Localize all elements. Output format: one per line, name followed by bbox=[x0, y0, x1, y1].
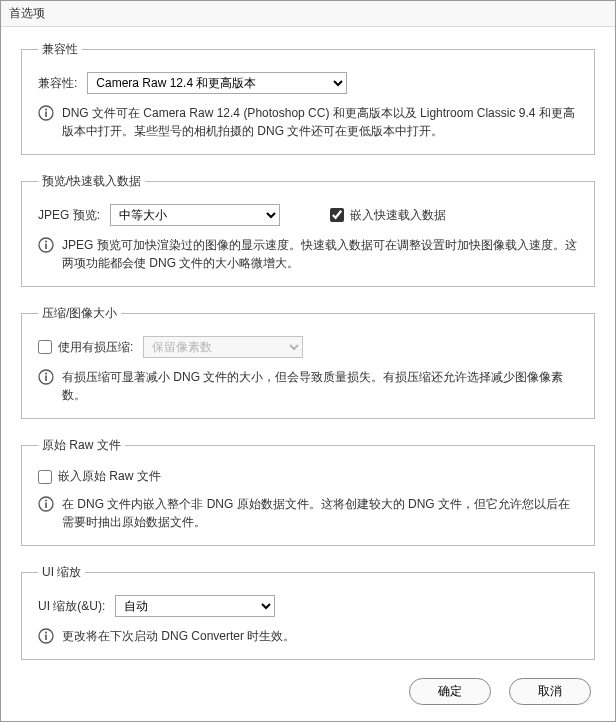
label-jpeg-preview: JPEG 预览: bbox=[38, 207, 100, 224]
info-raw: 在 DNG 文件内嵌入整个非 DNG 原始数据文件。这将创建较大的 DNG 文件… bbox=[62, 495, 578, 531]
window-title: 首选项 bbox=[9, 6, 45, 20]
info-compatibility: DNG 文件可在 Camera Raw 12.4 (Photoshop CC) … bbox=[62, 104, 578, 140]
checkbox-embed-fastload[interactable] bbox=[330, 208, 344, 222]
section-compression: 压缩/图像大小 使用有损压缩: 保留像素数 有损压缩可显著减小 DNG 文件的大… bbox=[21, 305, 595, 419]
svg-rect-5 bbox=[45, 244, 47, 250]
svg-rect-8 bbox=[45, 376, 47, 382]
label-lossy: 使用有损压缩: bbox=[58, 339, 133, 356]
cancel-button[interactable]: 取消 bbox=[509, 678, 591, 705]
titlebar: 首选项 bbox=[1, 1, 615, 27]
info-ui-scale: 更改将在下次启动 DNG Converter 时生效。 bbox=[62, 627, 295, 645]
checkbox-embed-fastload-wrap[interactable]: 嵌入快速载入数据 bbox=[330, 207, 446, 224]
svg-point-4 bbox=[45, 241, 47, 243]
legend-compression: 压缩/图像大小 bbox=[38, 305, 121, 322]
svg-point-7 bbox=[45, 373, 47, 375]
select-ui-scale[interactable]: 自动 bbox=[115, 595, 275, 617]
select-lossy-preset: 保留像素数 bbox=[143, 336, 303, 358]
label-embed-fastload: 嵌入快速载入数据 bbox=[350, 207, 446, 224]
checkbox-lossy-wrap[interactable]: 使用有损压缩: bbox=[38, 339, 133, 356]
svg-point-1 bbox=[45, 109, 47, 111]
label-ui-scale: UI 缩放(&U): bbox=[38, 598, 105, 615]
info-icon bbox=[38, 237, 54, 253]
legend-preview: 预览/快速载入数据 bbox=[38, 173, 145, 190]
svg-point-10 bbox=[45, 500, 47, 502]
section-preview: 预览/快速载入数据 JPEG 预览: 中等大小 嵌入快速载入数据 JPEG 预览… bbox=[21, 173, 595, 287]
label-compatibility: 兼容性: bbox=[38, 75, 77, 92]
preferences-dialog: 首选项 兼容性 兼容性: Camera Raw 12.4 和更高版本 DNG 文… bbox=[0, 0, 616, 722]
select-compatibility[interactable]: Camera Raw 12.4 和更高版本 bbox=[87, 72, 347, 94]
legend-raw: 原始 Raw 文件 bbox=[38, 437, 125, 454]
content-area: 兼容性 兼容性: Camera Raw 12.4 和更高版本 DNG 文件可在 … bbox=[1, 27, 615, 670]
checkbox-embed-raw[interactable] bbox=[38, 470, 52, 484]
info-icon bbox=[38, 369, 54, 385]
svg-rect-2 bbox=[45, 112, 47, 118]
svg-point-13 bbox=[45, 632, 47, 634]
section-compatibility: 兼容性 兼容性: Camera Raw 12.4 和更高版本 DNG 文件可在 … bbox=[21, 41, 595, 155]
info-icon bbox=[38, 628, 54, 644]
info-preview: JPEG 预览可加快渲染过的图像的显示速度。快速载入数据可在调整设置时加快图像载… bbox=[62, 236, 578, 272]
legend-ui-scale: UI 缩放 bbox=[38, 564, 85, 581]
info-compression: 有损压缩可显著减小 DNG 文件的大小，但会导致质量损失。有损压缩还允许选择减少… bbox=[62, 368, 578, 404]
checkbox-lossy[interactable] bbox=[38, 340, 52, 354]
checkbox-embed-raw-wrap[interactable]: 嵌入原始 Raw 文件 bbox=[38, 468, 161, 485]
select-jpeg-preview[interactable]: 中等大小 bbox=[110, 204, 280, 226]
section-ui-scale: UI 缩放 UI 缩放(&U): 自动 更改将在下次启动 DNG Convert… bbox=[21, 564, 595, 660]
label-embed-raw: 嵌入原始 Raw 文件 bbox=[58, 468, 161, 485]
info-icon bbox=[38, 105, 54, 121]
ok-button[interactable]: 确定 bbox=[409, 678, 491, 705]
legend-compatibility: 兼容性 bbox=[38, 41, 82, 58]
svg-rect-11 bbox=[45, 503, 47, 509]
footer: 确定 取消 bbox=[1, 670, 615, 721]
info-icon bbox=[38, 496, 54, 512]
svg-rect-14 bbox=[45, 635, 47, 641]
section-raw: 原始 Raw 文件 嵌入原始 Raw 文件 在 DNG 文件内嵌入整个非 DNG… bbox=[21, 437, 595, 546]
